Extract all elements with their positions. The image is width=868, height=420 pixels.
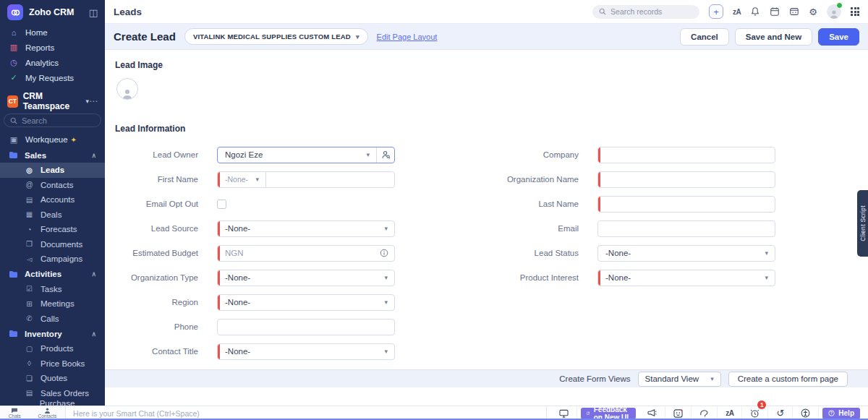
- client-script-tab[interactable]: Client Script: [857, 190, 868, 257]
- layout-name: VITALINK MEDICAL SUPPLIES CUSTOM LEAD: [193, 33, 351, 40]
- leads-icon: ◎: [25, 166, 34, 174]
- salutation-select[interactable]: -None-▾: [218, 172, 265, 187]
- edit-pencil-icon: [587, 410, 590, 416]
- more-options-icon[interactable]: ⋯: [89, 96, 98, 106]
- field-label: Region: [105, 298, 198, 307]
- chevron-down-icon: ▾: [356, 33, 359, 40]
- sidebar-item-price-books[interactable]: ◊Price Books: [0, 356, 105, 372]
- calendar-icon[interactable]: [770, 7, 780, 17]
- question-icon: ?: [828, 410, 835, 416]
- zoho-crm-app: Zoho CRM ◫ ⌂Home ▥Reports ◷Analytics ✓My…: [0, 0, 868, 420]
- field-label: Email: [395, 224, 579, 233]
- sidebar-item-products[interactable]: ▢Products: [0, 341, 105, 356]
- lead-source-select[interactable]: -None-▾: [217, 220, 395, 237]
- organization-name-input[interactable]: [597, 171, 775, 188]
- app-launcher-icon[interactable]: [851, 7, 859, 16]
- sidebar-section-sales[interactable]: Sales ∧: [0, 147, 105, 163]
- notifications-bell-icon[interactable]: [750, 7, 760, 17]
- marketplace-icon[interactable]: [789, 7, 799, 17]
- view-selector-dropdown[interactable]: Standard View ▾: [638, 372, 721, 387]
- sidebar-section-inventory[interactable]: Inventory ∧: [0, 326, 105, 341]
- first-name-field[interactable]: -None-▾: [217, 171, 395, 188]
- sidebar-search-input[interactable]: Search: [4, 113, 101, 127]
- sidebar-item-home[interactable]: ⌂Home: [0, 25, 105, 40]
- sidebar-item-analytics[interactable]: ◷Analytics: [0, 55, 105, 70]
- sidebar-item-accounts[interactable]: ▤Accounts: [0, 192, 105, 207]
- sidebar-item-label: Purchase Orders: [40, 399, 96, 406]
- quick-create-button[interactable]: +: [709, 4, 723, 19]
- user-avatar[interactable]: [827, 4, 841, 19]
- sidebar-item-leads[interactable]: ◎Leads: [0, 163, 105, 178]
- field-label: Lead Owner: [105, 150, 198, 159]
- save-and-new-button[interactable]: Save and New: [735, 28, 812, 46]
- estimated-budget-input[interactable]: NGN: [217, 245, 395, 262]
- analytics-icon: ◷: [9, 58, 19, 67]
- sidebar-item-tasks[interactable]: ☑Tasks: [0, 282, 105, 297]
- lead-status-value: -None-: [598, 249, 765, 257]
- sidebar-item-contacts[interactable]: @Contacts: [0, 178, 105, 193]
- sidebar-item-deals[interactable]: ▦Deals: [0, 207, 105, 223]
- feedback-label: Feedback on New UI: [594, 406, 630, 420]
- organization-type-select[interactable]: -None-▾: [217, 270, 395, 286]
- contacts-tab[interactable]: Contacts: [38, 408, 57, 419]
- email-input[interactable]: [597, 220, 775, 237]
- chevron-down-icon: ▾: [384, 225, 394, 232]
- region-select[interactable]: -None-▾: [217, 294, 395, 311]
- edit-page-layout-link[interactable]: Edit Page Layout: [377, 33, 438, 41]
- sidebar-item-documents[interactable]: ❐Documents: [0, 237, 105, 252]
- zoho-crm-logo: [7, 4, 23, 20]
- save-button[interactable]: Save: [818, 28, 859, 46]
- owner-lookup-icon[interactable]: [377, 147, 394, 163]
- sidebar-item-label: Reports: [25, 43, 54, 52]
- sidebar-item-label: Campaigns: [41, 254, 82, 263]
- sidebar-item-quotes[interactable]: ❏Quotes: [0, 371, 105, 386]
- sidebar-item-my-requests[interactable]: ✓My Requests: [0, 70, 105, 85]
- help-button[interactable]: ? Help: [822, 408, 860, 419]
- company-input[interactable]: [597, 147, 775, 163]
- search-records-input[interactable]: Search records: [592, 5, 699, 19]
- sidebar-item-label: My Requests: [25, 74, 74, 82]
- sidebar-item-meetings[interactable]: ⊞Meetings: [0, 296, 105, 312]
- sidebar-item-label: Documents: [41, 240, 82, 249]
- field-label: Phone: [105, 322, 198, 331]
- sidebar-item-forecasts[interactable]: ◔Forecasts: [0, 222, 105, 237]
- sidebar-item-purchase-orders[interactable]: ▥Purchase Orders: [0, 400, 105, 406]
- chats-tab[interactable]: Chats: [9, 408, 21, 419]
- sidebar-item-reports[interactable]: ▥Reports: [0, 40, 105, 55]
- last-name-input[interactable]: [597, 196, 775, 213]
- sidebar-item-label: Leads: [41, 166, 64, 174]
- sidebar-item-calls[interactable]: ✆Calls: [0, 312, 105, 327]
- lead-image-upload[interactable]: [116, 78, 138, 100]
- lead-owner-lookup[interactable]: Ngozi Eze ▾: [217, 147, 395, 163]
- sidebar-item-label: Accounts: [41, 195, 75, 204]
- email-opt-out-checkbox[interactable]: [217, 200, 226, 209]
- product-interest-select[interactable]: -None-▾: [597, 270, 775, 286]
- settings-gear-icon[interactable]: ⚙: [809, 7, 817, 17]
- sidebar-item-label: Tasks: [41, 285, 61, 293]
- teamspace-selector[interactable]: CT CRM Teamspace ▾ ⋯: [0, 93, 105, 110]
- info-icon[interactable]: [380, 249, 394, 257]
- product-interest-value: -None-: [598, 273, 765, 282]
- field-label: Contact Title: [105, 347, 198, 356]
- zia-icon[interactable]: zA: [733, 8, 741, 16]
- main-area: Leads Search records + zA ⚙ Create Lead …: [105, 0, 868, 406]
- deals-icon: ▦: [25, 210, 34, 218]
- layout-selector-dropdown[interactable]: VITALINK MEDICAL SUPPLIES CUSTOM LEAD ▾: [184, 28, 368, 45]
- create-form-views-label[interactable]: Create Form Views: [559, 374, 630, 383]
- sidebar-item-campaigns[interactable]: ◅Campaigns: [0, 252, 105, 267]
- create-lead-title: Create Lead: [114, 30, 176, 43]
- field-label: Last Name: [395, 200, 579, 208]
- lead-status-select[interactable]: -None-▾: [597, 245, 775, 262]
- sidebar-collapse-icon[interactable]: ◫: [89, 7, 98, 18]
- chevron-up-icon: ∧: [91, 152, 96, 159]
- sidebar-item-sales-orders[interactable]: ▤Sales Orders: [0, 386, 105, 401]
- help-label: Help: [838, 409, 854, 417]
- create-custom-form-page-button[interactable]: Create a custom form page: [728, 372, 848, 387]
- sidebar-item-workqueue[interactable]: ▣ Workqueue ✦: [0, 132, 105, 147]
- feedback-button[interactable]: Feedback on New UI: [581, 408, 636, 419]
- phone-input[interactable]: [217, 319, 395, 335]
- cancel-button[interactable]: Cancel: [680, 28, 729, 46]
- products-icon: ▢: [25, 345, 34, 353]
- sidebar-section-activities[interactable]: Activities ∧: [0, 267, 105, 282]
- contact-title-select[interactable]: -None-▾: [217, 343, 395, 360]
